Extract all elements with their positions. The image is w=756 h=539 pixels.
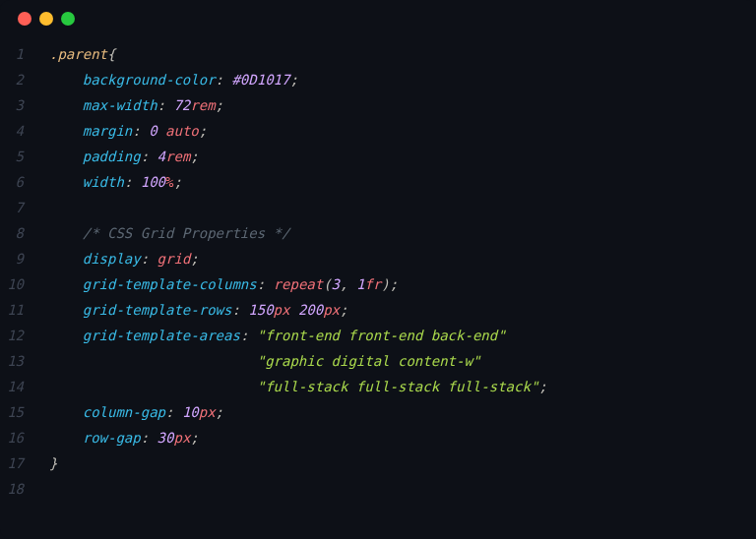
token-punc: : — [124, 174, 141, 190]
minimize-icon[interactable] — [39, 12, 53, 26]
token-unit: px — [323, 302, 340, 318]
token-punc: : — [141, 430, 158, 446]
line-number: 1 — [0, 41, 24, 67]
token-punc: : — [132, 123, 149, 139]
line-number: 8 — [0, 220, 24, 246]
token-punc: ; — [289, 72, 297, 88]
token-unit: px — [173, 430, 190, 446]
token-prop: display — [83, 251, 141, 267]
token-prop: max-width — [83, 97, 158, 113]
token-punc: ( — [323, 276, 331, 292]
token-unit: rem — [165, 149, 190, 164]
line-number: 12 — [0, 323, 24, 348]
token-punc: : — [257, 276, 274, 292]
token-prop: grid-template-columns — [83, 276, 257, 292]
token-number: 72 — [173, 97, 190, 113]
token-punc: : — [141, 149, 158, 164]
token-number: 200 — [298, 302, 323, 318]
token-prop: grid-template-areas — [83, 328, 240, 343]
token-unit: px — [199, 404, 216, 420]
code-line — [49, 195, 756, 220]
code-line: row-gap: 30px; — [49, 425, 756, 450]
token-punc: : — [240, 328, 257, 343]
token-string: "full-stack full-stack full-stack" — [257, 379, 539, 394]
token-number: 100 — [141, 174, 165, 190]
token-punc: ; — [190, 149, 198, 164]
token-punc — [49, 174, 83, 190]
token-punc: ; — [190, 251, 198, 267]
token-punc: ; — [390, 276, 398, 292]
code-line: column-gap: 10px; — [49, 399, 756, 425]
code-line: padding: 4rem; — [49, 144, 756, 169]
maximize-icon[interactable] — [61, 12, 75, 26]
token-punc — [49, 353, 257, 369]
token-punc — [49, 276, 83, 292]
code-content[interactable]: .parent{ background-color: #0D1017; max-… — [37, 41, 756, 502]
token-punc: { — [107, 46, 115, 62]
line-number: 13 — [0, 348, 24, 374]
token-number: 30 — [158, 430, 174, 446]
traffic-lights — [0, 12, 756, 41]
token-punc: ; — [173, 174, 181, 190]
line-number: 9 — [0, 246, 24, 271]
token-prop: grid-template-rows — [83, 302, 232, 318]
token-value-ident: auto — [165, 123, 199, 139]
token-unit: px — [274, 302, 290, 318]
token-punc: ; — [199, 123, 207, 139]
code-line — [49, 476, 756, 502]
token-punc: : — [141, 251, 158, 267]
token-punc: ; — [190, 430, 198, 446]
token-punc: ; — [538, 379, 546, 394]
line-number: 10 — [0, 271, 24, 297]
code-line: grid-template-columns: repeat(3, 1fr); — [49, 271, 756, 297]
token-prop: column-gap — [83, 404, 165, 420]
code-area: 123456789101112131415161718 .parent{ bac… — [0, 41, 756, 502]
token-punc: ) — [381, 276, 389, 292]
line-number: 17 — [0, 450, 24, 476]
code-line: max-width: 72rem; — [49, 92, 756, 118]
token-prop: padding — [83, 149, 141, 164]
token-string: "graphic digital content-w" — [257, 353, 481, 369]
line-number: 11 — [0, 297, 24, 323]
code-line: "full-stack full-stack full-stack"; — [49, 374, 756, 399]
token-prop: width — [83, 174, 124, 190]
token-punc: : — [165, 404, 182, 420]
line-number: 16 — [0, 425, 24, 450]
token-punc: ; — [340, 302, 347, 318]
token-punc — [49, 302, 83, 318]
editor-window: 123456789101112131415161718 .parent{ bac… — [0, 0, 756, 539]
token-punc — [49, 251, 83, 267]
token-punc — [49, 404, 83, 420]
token-selector: .parent — [49, 46, 107, 62]
close-icon[interactable] — [18, 12, 32, 26]
token-punc: , — [340, 276, 356, 292]
token-number: 0 — [149, 123, 157, 139]
token-number: 4 — [158, 149, 165, 164]
token-number: 150 — [248, 302, 273, 318]
line-number: 3 — [0, 92, 24, 118]
code-line: "graphic digital content-w" — [49, 348, 756, 374]
token-number: 10 — [182, 404, 199, 420]
token-prop: margin — [83, 123, 133, 139]
code-line: display: grid; — [49, 246, 756, 271]
token-punc — [49, 72, 83, 88]
token-punc — [158, 123, 165, 139]
token-comment: /* CSS Grid Properties */ — [83, 225, 290, 241]
token-unit: rem — [190, 97, 215, 113]
line-number: 14 — [0, 374, 24, 399]
token-punc — [49, 123, 83, 139]
token-unit: fr — [364, 276, 381, 292]
token-value-ident: grid — [158, 251, 191, 267]
line-number: 2 — [0, 67, 24, 92]
line-number: 15 — [0, 399, 24, 425]
code-line: } — [49, 450, 756, 476]
token-punc — [49, 430, 83, 446]
token-punc — [289, 302, 297, 318]
token-punc: } — [49, 455, 57, 471]
code-line: background-color: #0D1017; — [49, 67, 756, 92]
token-punc: : — [158, 97, 174, 113]
token-punc — [49, 225, 83, 241]
code-line: margin: 0 auto; — [49, 118, 756, 144]
line-number: 4 — [0, 118, 24, 144]
code-line: grid-template-rows: 150px 200px; — [49, 297, 756, 323]
